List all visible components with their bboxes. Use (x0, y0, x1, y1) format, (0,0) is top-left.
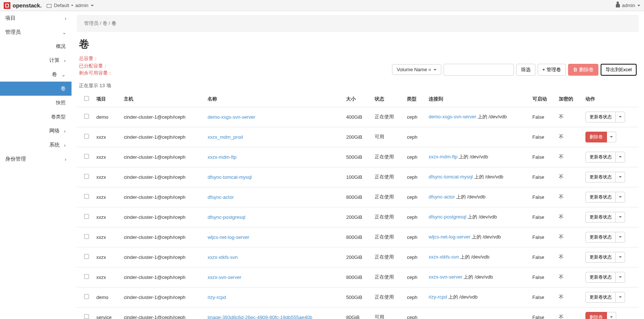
row-checkbox[interactable] (84, 274, 89, 279)
filter-field-select[interactable]: Volume Name = (392, 64, 441, 75)
row-checkbox[interactable] (84, 114, 89, 119)
col-type[interactable]: 类型 (403, 91, 425, 107)
col-project[interactable]: 项目 (93, 91, 120, 107)
breadcrumb-volume[interactable]: 卷 (103, 20, 107, 26)
col-size[interactable]: 大小 (342, 91, 371, 107)
row-action-dropdown[interactable] (616, 252, 625, 263)
nav-volumes[interactable]: 卷 (0, 82, 72, 96)
row-action-dropdown[interactable] (616, 192, 625, 203)
filter-button[interactable]: 筛选 (516, 64, 535, 76)
volume-name-link[interactable]: image-393d8c6d-26ec-4909-80fc-19db555ae4… (208, 315, 312, 319)
cell-project: service (93, 307, 120, 319)
volume-name-link[interactable]: demo-xsgs-svn-server (208, 114, 255, 120)
attached-instance-link[interactable]: demo-xsgs-svn-server (429, 114, 477, 119)
nav-admin[interactable]: 管理员⌄ (0, 25, 72, 39)
sidebar: 项目› 管理员⌄ 概况 计算› 卷⌄ 卷 快照 卷类型 网络› 系统› 身份管理… (0, 11, 72, 319)
attached-instance-link[interactable]: rlzy-rcpd (429, 294, 447, 300)
attached-instance-link[interactable]: xxzx-svn-server (429, 274, 462, 280)
attached-instance-link[interactable]: dfsync-actor (429, 194, 455, 200)
row-checkbox[interactable] (84, 134, 89, 139)
cell-attached: xxzx-mdm-ftp 上的 /dev/vdb (425, 147, 529, 167)
manage-volume-button[interactable]: +管理卷 (538, 64, 566, 76)
user-menu[interactable]: admin (616, 3, 640, 8)
nav-network[interactable]: 网络› (0, 124, 72, 138)
col-name[interactable]: 名称 (204, 91, 342, 107)
cell-size: 100GiB (342, 167, 371, 187)
row-action-dropdown[interactable] (607, 312, 616, 319)
row-checkbox[interactable] (84, 234, 89, 239)
row-action-dropdown[interactable] (607, 132, 616, 142)
row-action-button[interactable]: 更新卷状态 (585, 272, 616, 283)
volume-name-link[interactable]: rlzy-rcpd (208, 295, 226, 300)
attached-instance-link[interactable]: dfsync-postgresql (429, 214, 467, 220)
volume-name-link[interactable]: xxzx-xtkfs-svn (208, 254, 238, 260)
caret-down-icon (619, 296, 622, 298)
row-action-button[interactable]: 更新卷状态 (585, 152, 616, 162)
table-row: xxzxcinder-cluster-1@ceph#cephxxzx-svn-s… (77, 267, 639, 287)
row-action-dropdown[interactable] (616, 112, 625, 122)
nav-system[interactable]: 系统› (0, 138, 72, 152)
col-status[interactable]: 状态 (371, 91, 403, 107)
volume-name-link[interactable]: xxzx_mdm_prod (208, 134, 243, 140)
context-switcher[interactable]: Default • admin (47, 3, 93, 8)
row-checkbox[interactable] (84, 254, 89, 259)
volume-name-link[interactable]: wljcs-net-log-server (208, 234, 249, 240)
nav-compute[interactable]: 计算› (0, 53, 72, 68)
nav-project[interactable]: 项目› (0, 11, 72, 25)
logo[interactable]: openstack. (4, 2, 42, 9)
volume-name-link[interactable]: dfsync-actor (208, 194, 234, 200)
row-checkbox[interactable] (84, 314, 89, 319)
row-action-dropdown[interactable] (616, 292, 625, 303)
user-label: admin (622, 3, 635, 8)
volume-name-link[interactable]: xxzx-svn-server (208, 274, 241, 280)
row-checkbox[interactable] (84, 154, 89, 159)
attached-instance-link[interactable]: xxzx-mdm-ftp (429, 154, 458, 160)
row-action-button[interactable]: 更新卷状态 (585, 192, 616, 203)
row-action-button[interactable]: 删除卷 (585, 312, 607, 319)
row-checkbox[interactable] (84, 294, 89, 299)
row-action-dropdown[interactable] (616, 212, 625, 223)
row-checkbox[interactable] (84, 214, 89, 219)
col-attached[interactable]: 连接到 (425, 91, 529, 107)
attached-instance-link[interactable]: dfsync-tomcat-mysql (429, 174, 473, 180)
row-action-button[interactable]: 更新卷状态 (585, 292, 616, 303)
cell-bootable: False (529, 307, 555, 319)
attached-instance-link[interactable]: xxzx-xtkfs-svn (429, 254, 459, 260)
cell-attached (425, 127, 529, 147)
attached-instance-link[interactable]: wljcs-net-log-server (429, 234, 471, 240)
cell-bootable: False (529, 287, 555, 307)
row-action-dropdown[interactable] (616, 232, 625, 243)
nav-overview[interactable]: 概况 (0, 39, 72, 53)
row-checkbox[interactable] (84, 194, 89, 199)
export-excel-button[interactable]: 导出到Excel (601, 64, 637, 76)
row-action-dropdown[interactable] (616, 272, 625, 283)
row-action-button[interactable]: 删除卷 (585, 132, 607, 142)
volume-name-link[interactable]: xxzx-mdm-ftp (208, 154, 236, 160)
volume-name-link[interactable]: dfsync-tomcat-mysql (208, 174, 252, 180)
row-action-button[interactable]: 更新卷状态 (585, 232, 616, 243)
row-action-button[interactable]: 更新卷状态 (585, 212, 616, 223)
nav-snapshots[interactable]: 快照 (0, 96, 72, 110)
row-action-dropdown[interactable] (616, 152, 625, 162)
nav-volume[interactable]: 卷⌄ (0, 68, 72, 82)
col-host[interactable]: 主机 (120, 91, 204, 107)
nav-volume-types[interactable]: 卷类型 (0, 110, 72, 124)
cell-type: ceph (403, 267, 425, 287)
page-title: 卷 (72, 32, 644, 55)
row-action-button[interactable]: 更新卷状态 (585, 252, 616, 263)
row-action-dropdown[interactable] (616, 172, 625, 182)
cell-status: 正在使用 (371, 107, 403, 127)
row-action-button[interactable]: 更新卷状态 (585, 172, 616, 182)
cell-project: xxzx (93, 147, 120, 167)
row-action-button[interactable]: 更新卷状态 (585, 112, 616, 122)
delete-volumes-button[interactable]: 🗑删除卷 (568, 64, 598, 76)
col-bootable[interactable]: 可启动 (529, 91, 555, 107)
breadcrumb-admin[interactable]: 管理员 (84, 20, 99, 26)
cell-host: cinder-cluster-1@ceph#ceph (120, 267, 204, 287)
filter-input[interactable] (444, 64, 514, 76)
volume-name-link[interactable]: dfsync-postgresql (208, 214, 245, 220)
nav-identity[interactable]: 身份管理› (0, 152, 72, 166)
col-encrypted[interactable]: 加密的 (555, 91, 582, 107)
row-checkbox[interactable] (84, 174, 89, 179)
select-all-checkbox[interactable] (84, 96, 89, 101)
